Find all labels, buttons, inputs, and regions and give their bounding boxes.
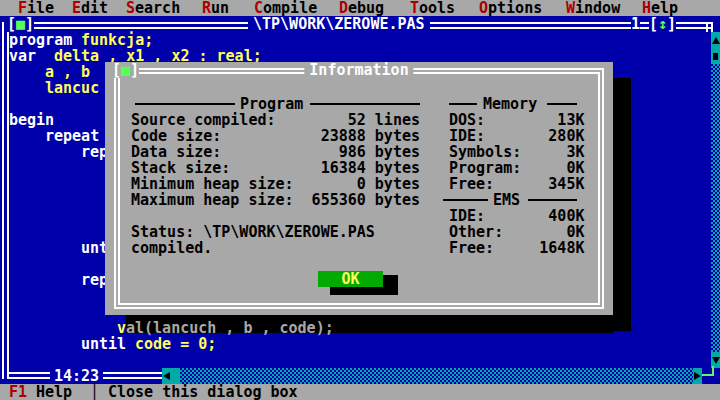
menu-item-debug[interactable]: Debug <box>339 0 384 16</box>
dialog-shadow-right <box>613 78 631 331</box>
stat-row: Source compiled: 52 lines <box>131 112 420 128</box>
hscroll-left-arrow[interactable] <box>162 368 171 384</box>
stat-row: Symbols: 3K <box>449 144 584 160</box>
stat-row: Free: 345K <box>449 176 584 192</box>
window-close-button[interactable]: [■] <box>7 16 34 32</box>
stat-row: Free: 1648K <box>449 240 584 256</box>
statusbar-message: Close this dialog box <box>108 384 298 400</box>
ems-section-heading: EMS <box>493 192 520 208</box>
hscroll-thumb[interactable] <box>171 368 180 384</box>
menu-item-search[interactable]: Search <box>126 0 180 16</box>
window-zoom-button[interactable]: [↕] <box>649 16 676 32</box>
f1-help-shortcut[interactable]: F1 <box>9 384 27 400</box>
code-text: v <box>117 320 126 336</box>
menu-item-window[interactable]: Window <box>566 0 620 16</box>
stat-row: Other: 0K <box>449 224 584 240</box>
window-title: \TP\WORK\ZEROWE.PAS <box>248 16 430 32</box>
vscroll-up-arrow[interactable] <box>711 32 720 48</box>
zoom-resize-icon: ↕ <box>658 15 667 33</box>
statusbar-separator: │ <box>90 384 99 400</box>
menu-item-tools[interactable]: Tools <box>410 0 455 16</box>
menu-item-edit[interactable]: Edit <box>72 0 108 16</box>
menu-bar: FileEditSearchRunCompileDebugToolsOption… <box>0 0 720 16</box>
frame-corner-top-right <box>706 22 713 32</box>
ok-button-label: OK <box>341 271 359 287</box>
menu-item-run[interactable]: Run <box>202 0 229 16</box>
clock: 14:23 <box>50 368 103 384</box>
status-bar: F1 Help │ Close this dialog box <box>0 384 720 400</box>
code-text: program <box>9 32 72 48</box>
program-header-line <box>310 103 420 105</box>
code-text: funkcja; <box>81 32 153 48</box>
ok-button[interactable]: OK <box>318 271 383 287</box>
stat-row: IDE: 280K <box>449 128 584 144</box>
resize-corner-handle-v[interactable] <box>712 366 714 376</box>
thumb-icon <box>713 53 718 60</box>
code-text: repeat <box>45 128 99 144</box>
dialog-status-line: compiled. <box>131 240 212 256</box>
memory-header-line <box>547 103 577 105</box>
code-text: a , b <box>45 64 90 80</box>
stat-row: Code size: 23888 bytes <box>131 128 420 144</box>
down-arrow-icon <box>712 357 720 364</box>
code-text: var <box>9 48 36 64</box>
right-arrow-icon <box>694 372 701 380</box>
code-text: until <box>81 336 126 352</box>
window-number: 1 <box>631 16 640 32</box>
editor-left-frame <box>2 22 9 379</box>
menu-item-compile[interactable]: Compile <box>254 0 317 16</box>
stat-row: Program: 0K <box>449 160 584 176</box>
dialog-close-icon: ■ <box>121 61 130 79</box>
turbo-pascal-screen: FileEditSearchRunCompileDebugToolsOption… <box>0 0 720 400</box>
stat-row: Minimum heap size: 0 bytes <box>131 176 420 192</box>
stat-row: Data size: 986 bytes <box>131 144 420 160</box>
stat-row: Maximum heap size: 655360 bytes <box>131 192 420 208</box>
code-text: begin <box>9 112 54 128</box>
stat-row: DOS: 13K <box>449 112 584 128</box>
up-arrow-icon <box>712 37 720 44</box>
ems-header-line <box>528 199 577 201</box>
menu-item-help[interactable]: Help <box>642 0 678 16</box>
code-text: lancuc <box>45 80 99 96</box>
dialog-status-line: Status: \TP\WORK\ZEROWE.PAS <box>131 224 375 240</box>
f1-help-label[interactable]: Help <box>36 384 72 400</box>
stat-row: Stack size: 16384 bytes <box>131 160 420 176</box>
information-dialog: [■] Information Program Memory EMS Sourc… <box>105 62 613 315</box>
hscroll-track[interactable] <box>180 368 693 384</box>
stat-row: IDE: 400K <box>449 208 584 224</box>
memory-header-line <box>449 103 477 105</box>
vscroll-thumb[interactable] <box>711 48 720 64</box>
dialog-close-button[interactable]: [■] <box>112 62 139 78</box>
hscroll-right-arrow[interactable] <box>693 368 702 384</box>
program-header-line <box>135 103 235 105</box>
program-section-heading: Program <box>240 96 303 112</box>
menu-item-options[interactable]: Options <box>479 0 542 16</box>
memory-section-heading: Memory <box>483 96 537 112</box>
left-arrow-icon <box>163 372 170 380</box>
ok-button-shadow <box>383 275 398 295</box>
menu-item-file[interactable]: File <box>18 0 54 16</box>
code-text: code = 0; <box>135 336 216 352</box>
dialog-title: Information <box>304 62 413 78</box>
ems-header-line <box>443 199 488 201</box>
code-text: al(lancuch , b , code); <box>126 320 334 336</box>
vscroll-track[interactable] <box>711 64 720 352</box>
